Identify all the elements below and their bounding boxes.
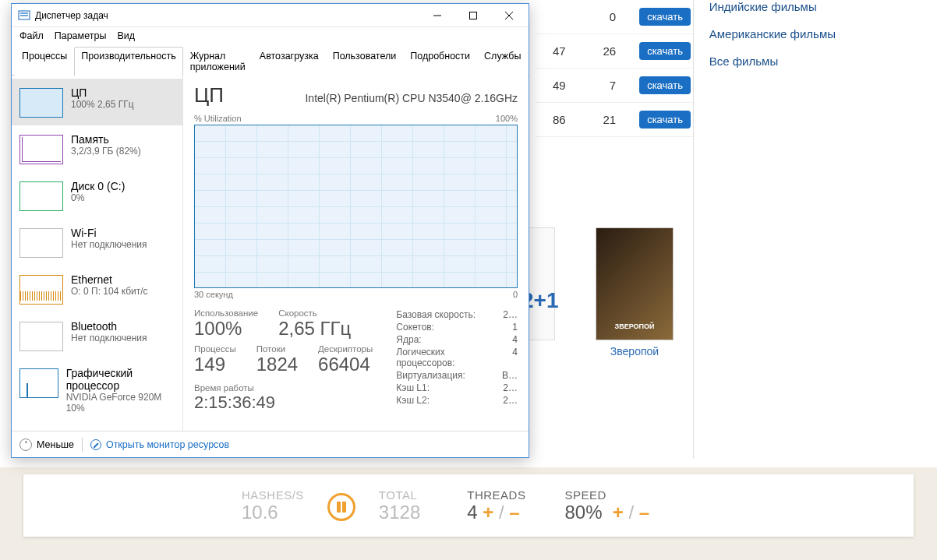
performance-body: ЦП100% 2,65 ГГцПамять3,2/3,9 ГБ (82%)Дис…	[12, 76, 529, 431]
stat-value: 2,65 ГГц	[278, 318, 351, 340]
download-row: 0скачать	[536, 0, 694, 34]
stat-label: Потоки	[256, 344, 298, 354]
speed-stat: SPEED 80% + / –	[564, 488, 649, 523]
cpu-chart[interactable]	[194, 125, 518, 288]
titlebar[interactable]: Диспетчер задач	[12, 4, 529, 27]
category-link[interactable]: Все фильмы	[709, 55, 836, 68]
chart-max-label: 100%	[496, 114, 518, 123]
uptime-label: Время работы	[194, 383, 373, 393]
resource-sub: 3,2/3,9 ГБ (82%)	[71, 146, 141, 157]
detail-key: Логических процессоров:	[396, 347, 503, 368]
tab-Службы[interactable]: Службы	[477, 47, 528, 76]
col-2: 21	[589, 113, 617, 126]
resource-sub: О: 0 П: 104 кбит/с	[71, 286, 148, 297]
resource-thumb	[19, 88, 63, 118]
separator	[693, 0, 694, 459]
detail-row: Логических процессоров:4	[396, 346, 518, 369]
stat-Процессы: Процессы149	[194, 344, 236, 375]
tab-Процессы[interactable]: Процессы	[15, 47, 74, 76]
chart-x-left: 30 секунд	[194, 290, 233, 299]
fewer-details-button[interactable]: ˄ Меньше	[19, 438, 74, 451]
resource-title: Bluetooth	[71, 320, 147, 333]
detail-value: 2…	[503, 395, 518, 406]
total-stat: TOTAL 3128	[379, 488, 420, 523]
open-resource-monitor-link[interactable]: Открыть монитор ресурсов	[90, 439, 229, 450]
speed-label: SPEED	[564, 488, 649, 502]
detail-value: 4	[512, 347, 518, 368]
minimize-button[interactable]	[419, 4, 455, 27]
resource-thumb	[19, 181, 63, 211]
maximize-button[interactable]	[455, 4, 491, 27]
resource-item-Ethernet[interactable]: EthernetО: 0 П: 104 кбит/с	[12, 266, 182, 312]
threads-minus[interactable]: –	[509, 502, 519, 523]
movie-poster[interactable]	[596, 227, 674, 340]
resource-item-Bluetooth[interactable]: BluetoothНет подключения	[12, 312, 182, 359]
resource-list: ЦП100% 2,65 ГГцПамять3,2/3,9 ГБ (82%)Дис…	[12, 76, 183, 431]
movie-card[interactable]: Зверопой	[596, 227, 674, 357]
svg-rect-4	[470, 12, 477, 19]
stat-label: Скорость	[278, 308, 351, 318]
tab-Производительность[interactable]: Производительность	[74, 47, 182, 76]
detail-value: В…	[502, 370, 518, 381]
stat-value: 1824	[256, 354, 298, 375]
col-2: 7	[589, 79, 617, 92]
detail-value: 1	[512, 322, 518, 333]
col-2: 26	[589, 44, 617, 58]
speed-minus[interactable]: –	[639, 502, 649, 523]
resource-item-Wi-Fi[interactable]: Wi-FiНет подключения	[12, 219, 182, 266]
download-button[interactable]: скачать	[639, 8, 691, 26]
stat-Потоки: Потоки1824	[256, 344, 298, 375]
resource-title: Wi-Fi	[71, 227, 147, 239]
speed-plus[interactable]: +	[613, 502, 624, 523]
detail-row: Базовая скорость:2…	[396, 308, 518, 321]
stat-Использование: Использование100%	[194, 308, 258, 340]
tab-Журнал приложений[interactable]: Журнал приложений	[183, 47, 253, 76]
stat-Скорость: Скорость2,65 ГГц	[278, 308, 351, 340]
resource-title: Ethernet	[71, 273, 148, 286]
hashes-label: HASHES/S	[242, 488, 304, 502]
resource-sub: NVIDIA GeForce 920M10%	[66, 392, 175, 414]
resource-item-ЦП[interactable]: ЦП100% 2,65 ГГц	[12, 79, 182, 125]
pause-icon[interactable]	[327, 493, 355, 521]
speed-value: 80% + / –	[564, 502, 649, 523]
panel-title: ЦП	[194, 83, 224, 107]
detail-key: Сокетов:	[396, 322, 434, 333]
threads-value: 4 + / –	[467, 502, 525, 523]
menubar: ФайлПараметрыВид	[12, 27, 529, 44]
menu-item[interactable]: Файл	[19, 30, 44, 41]
download-button[interactable]: скачать	[639, 42, 691, 60]
resource-item-Память[interactable]: Память3,2/3,9 ГБ (82%)	[12, 125, 182, 172]
detail-value: 2…	[503, 309, 518, 320]
detail-value: 4	[512, 334, 518, 345]
stat-label: Дескрипторы	[318, 344, 373, 354]
chevron-up-icon: ˄	[19, 438, 32, 451]
resource-item-Диск 0 (C:)[interactable]: Диск 0 (C:)0%	[12, 172, 182, 219]
tab-Пользователи[interactable]: Пользователи	[326, 47, 404, 76]
threads-plus[interactable]: +	[483, 502, 493, 523]
category-link[interactable]: Индийские фильмы	[709, 0, 836, 13]
category-link[interactable]: Американские фильмы	[709, 27, 836, 41]
tab-Автозагрузка[interactable]: Автозагрузка	[253, 47, 326, 76]
detail-key: Базовая скорость:	[396, 309, 476, 320]
svg-rect-1	[20, 12, 28, 14]
uptime-value: 2:15:36:49	[194, 393, 373, 413]
category-links: Индийские фильмыАмериканские фильмыВсе ф…	[709, 0, 836, 68]
download-button[interactable]: скачать	[639, 111, 691, 129]
menu-item[interactable]: Параметры	[55, 30, 107, 41]
resource-sub: Нет подключения	[71, 333, 147, 343]
close-button[interactable]	[491, 4, 527, 27]
menu-item[interactable]: Вид	[117, 30, 135, 41]
download-button[interactable]: скачать	[639, 76, 691, 94]
resource-item-Графический процессор[interactable]: Графический процессорNVIDIA GeForce 920M…	[12, 359, 182, 421]
chart-x-right: 0	[513, 290, 518, 299]
col-1: 47	[539, 44, 566, 58]
detail-value: 2…	[503, 382, 518, 393]
total-value: 3128	[379, 502, 420, 523]
detail-key: Кэш L2:	[396, 395, 430, 406]
speed-number: 80%	[564, 502, 602, 523]
resource-sub: 100% 2,65 ГГц	[71, 99, 134, 110]
tab-Подробности[interactable]: Подробности	[403, 47, 477, 76]
resource-title: ЦП	[71, 86, 134, 99]
movie-title[interactable]: Зверопой	[596, 345, 674, 357]
app-icon	[18, 9, 30, 22]
